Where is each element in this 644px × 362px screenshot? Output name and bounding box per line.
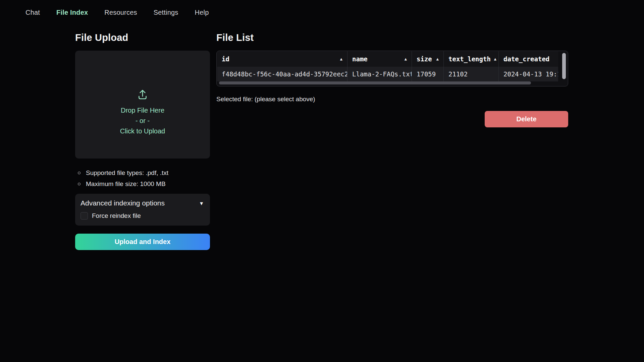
delete-button[interactable]: Delete — [485, 111, 568, 127]
column-header-size[interactable]: size ▲ — [412, 51, 444, 67]
chevron-down-icon[interactable]: ▼ — [199, 200, 204, 206]
column-label: name — [352, 55, 368, 63]
sort-asc-icon[interactable]: ▲ — [405, 57, 407, 61]
upload-icon — [137, 88, 149, 101]
delete-button-row: Delete — [216, 111, 568, 127]
file-list-panel: File List id ▲ name ▲ size — [216, 32, 568, 127]
upload-notes: Supported file types: .pdf, .txt Maximum… — [75, 167, 210, 189]
force-reindex-label: Force reindex file — [92, 212, 141, 220]
advanced-options-title: Advanced indexing options — [80, 199, 165, 207]
bullet-icon — [78, 183, 80, 185]
column-label: date_created — [503, 55, 549, 63]
file-table: id ▲ name ▲ size ▲ text_length — [216, 51, 568, 86]
selected-file-status: Selected file: (please select above) — [216, 96, 568, 103]
dropzone-line-drop: Drop File Here — [121, 105, 164, 116]
sort-asc-icon[interactable]: ▲ — [340, 57, 342, 61]
advanced-options-accordion: Advanced indexing options ▼ Force reinde… — [75, 194, 210, 226]
note-text: Supported file types: .pdf, .txt — [86, 167, 168, 178]
file-dropzone[interactable]: Drop File Here - or - Click to Upload — [75, 51, 210, 159]
dropzone-click-to-upload[interactable]: Click to Upload — [120, 126, 165, 136]
tab-resources[interactable]: Resources — [104, 9, 137, 16]
column-label: id — [222, 55, 229, 63]
force-reindex-checkbox[interactable] — [80, 212, 88, 220]
column-header-id[interactable]: id ▲ — [217, 51, 347, 67]
upload-and-index-button[interactable]: Upload and Index — [75, 234, 210, 250]
table-header-row: id ▲ name ▲ size ▲ text_length — [217, 51, 558, 67]
cell-size[interactable]: 17059 — [412, 67, 444, 81]
tab-help[interactable]: Help — [195, 9, 209, 16]
sort-asc-icon[interactable]: ▲ — [494, 57, 496, 61]
tab-settings[interactable]: Settings — [154, 9, 178, 16]
column-label: text_length — [448, 55, 491, 63]
app-window: Chat File Index Resources Settings Help … — [0, 0, 644, 362]
column-header-name[interactable]: name ▲ — [347, 51, 412, 67]
column-label: size — [417, 55, 432, 63]
cell-name[interactable]: Llama-2-FAQs.txt — [347, 67, 412, 81]
file-table-grid: id ▲ name ▲ size ▲ text_length — [217, 51, 558, 81]
file-table-viewport: id ▲ name ▲ size ▲ text_length — [217, 51, 558, 86]
cell-id[interactable]: f48d48bc-f56c-40aa-ad4d-35792eec2f5b — [217, 67, 347, 81]
bullet-icon — [78, 172, 80, 174]
top-nav: Chat File Index Resources Settings Help — [25, 9, 209, 16]
table-row[interactable]: f48d48bc-f56c-40aa-ad4d-35792eec2f5b Lla… — [217, 67, 558, 81]
table-vertical-scrollbar[interactable] — [562, 53, 566, 79]
force-reindex-row[interactable]: Force reindex file — [80, 212, 204, 220]
file-list-title: File List — [216, 32, 568, 43]
advanced-options-header[interactable]: Advanced indexing options ▼ — [80, 199, 204, 207]
file-upload-panel: File Upload Drop File Here - or - Click … — [75, 32, 210, 250]
tab-file-index[interactable]: File Index — [56, 9, 88, 16]
note-max-size: Maximum file size: 1000 MB — [78, 178, 210, 189]
column-header-date-created[interactable]: date_created — [499, 51, 558, 67]
file-upload-title: File Upload — [75, 32, 210, 43]
column-header-text-length[interactable]: text_length ▲ — [444, 51, 499, 67]
dropzone-content: Drop File Here - or - Click to Upload — [120, 88, 165, 136]
table-horizontal-scrollbar[interactable] — [219, 81, 531, 84]
tab-chat[interactable]: Chat — [25, 9, 40, 16]
dropzone-line-or: - or - — [136, 116, 150, 126]
note-supported-types: Supported file types: .pdf, .txt — [78, 167, 210, 178]
note-text: Maximum file size: 1000 MB — [86, 178, 166, 189]
cell-date-created[interactable]: 2024-04-13 19:18: — [499, 67, 558, 81]
sort-asc-icon[interactable]: ▲ — [436, 57, 439, 61]
cell-text-length[interactable]: 21102 — [444, 67, 499, 81]
